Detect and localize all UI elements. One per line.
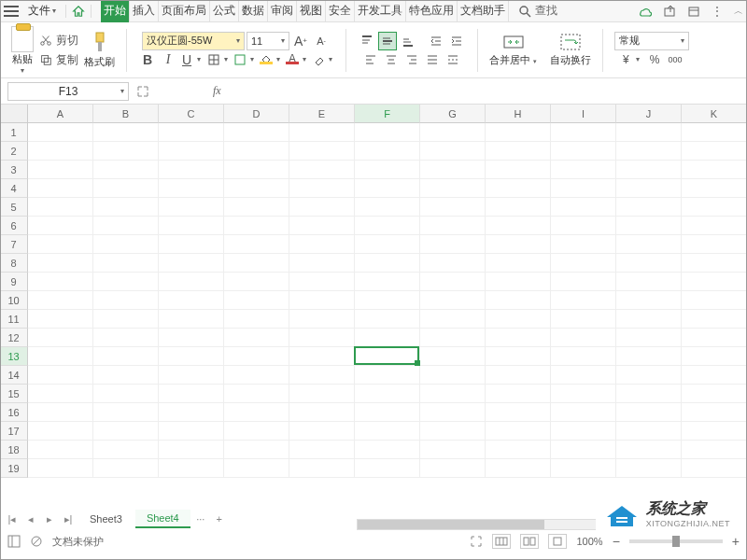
- cell[interactable]: [420, 291, 486, 310]
- cell[interactable]: [682, 403, 747, 422]
- cell[interactable]: [159, 123, 224, 142]
- cell[interactable]: [486, 235, 551, 254]
- cell[interactable]: [420, 366, 486, 385]
- cell[interactable]: [28, 385, 93, 403]
- cell[interactable]: [616, 273, 682, 291]
- sheet-nav-last[interactable]: ▸|: [60, 511, 77, 527]
- cell[interactable]: [551, 123, 616, 142]
- cell[interactable]: [355, 217, 420, 235]
- cell[interactable]: [420, 254, 486, 273]
- sheet-add-button[interactable]: +: [211, 511, 228, 527]
- collapse-icon[interactable]: ︿: [734, 5, 743, 18]
- cell[interactable]: [289, 441, 355, 459]
- cell[interactable]: [224, 422, 289, 441]
- cell[interactable]: [159, 329, 224, 347]
- cell[interactable]: [93, 310, 159, 329]
- cell[interactable]: [420, 329, 486, 347]
- cell[interactable]: [616, 217, 682, 235]
- fx-button[interactable]: fx: [213, 84, 221, 98]
- cell[interactable]: [159, 235, 224, 254]
- cell[interactable]: [682, 347, 747, 366]
- cell[interactable]: [224, 217, 289, 235]
- merge-center-button[interactable]: 合并居中 ▾: [486, 31, 541, 69]
- align-left-button[interactable]: [361, 50, 380, 69]
- cell[interactable]: [551, 459, 616, 478]
- row-header-4[interactable]: 4: [0, 179, 28, 198]
- cell[interactable]: [551, 403, 616, 422]
- cell[interactable]: [93, 273, 159, 291]
- cell[interactable]: [93, 366, 159, 385]
- cell[interactable]: [682, 422, 747, 441]
- home-icon[interactable]: [72, 5, 85, 18]
- cell[interactable]: [159, 273, 224, 291]
- view-page-button[interactable]: [520, 534, 539, 549]
- cell[interactable]: [289, 459, 355, 478]
- cloud-sync-icon[interactable]: [637, 4, 652, 19]
- cell[interactable]: [551, 179, 616, 198]
- tab-view[interactable]: 视图: [297, 0, 326, 22]
- cell[interactable]: [420, 403, 486, 422]
- cell[interactable]: [93, 329, 159, 347]
- cell[interactable]: [420, 161, 486, 179]
- cell[interactable]: [224, 179, 289, 198]
- cell[interactable]: [159, 385, 224, 403]
- cell[interactable]: [159, 366, 224, 385]
- cell[interactable]: [420, 347, 486, 366]
- underline-button[interactable]: U▾: [179, 50, 204, 69]
- cell[interactable]: [616, 198, 682, 217]
- col-header-H[interactable]: H: [486, 105, 551, 123]
- cell[interactable]: [28, 254, 93, 273]
- cell[interactable]: [289, 366, 355, 385]
- cell[interactable]: [420, 310, 486, 329]
- currency-button[interactable]: ¥▾: [619, 50, 643, 69]
- cell[interactable]: [616, 329, 682, 347]
- sheet-more-button[interactable]: ···: [192, 511, 209, 527]
- valign-top-button[interactable]: [358, 32, 376, 50]
- cell[interactable]: [28, 441, 93, 459]
- cell[interactable]: [551, 347, 616, 366]
- cell[interactable]: [159, 198, 224, 217]
- cell[interactable]: [159, 179, 224, 198]
- cell[interactable]: [224, 366, 289, 385]
- cut-button[interactable]: 剪切: [37, 32, 80, 49]
- format-painter-button[interactable]: 格式刷: [84, 31, 115, 69]
- cell[interactable]: [420, 142, 486, 161]
- decrease-indent-button[interactable]: [427, 32, 445, 50]
- view-normal-button[interactable]: [492, 534, 511, 549]
- cell[interactable]: [93, 217, 159, 235]
- cell[interactable]: [486, 403, 551, 422]
- cell[interactable]: [420, 198, 486, 217]
- col-header-J[interactable]: J: [616, 105, 682, 123]
- sheet-nav-next[interactable]: ▸: [41, 511, 58, 527]
- cell[interactable]: [28, 161, 93, 179]
- cell[interactable]: [224, 441, 289, 459]
- cell[interactable]: [420, 235, 486, 254]
- col-header-E[interactable]: E: [289, 105, 355, 123]
- cell[interactable]: [682, 161, 747, 179]
- cell[interactable]: [355, 123, 420, 142]
- cell[interactable]: [486, 422, 551, 441]
- cell[interactable]: [486, 161, 551, 179]
- distribute-button[interactable]: [444, 50, 462, 69]
- protect-icon[interactable]: [30, 535, 43, 548]
- cell[interactable]: [355, 235, 420, 254]
- cell[interactable]: [224, 385, 289, 403]
- cell[interactable]: [420, 385, 486, 403]
- row-header-8[interactable]: 8: [0, 254, 28, 273]
- cell[interactable]: [616, 403, 682, 422]
- select-all-corner[interactable]: [0, 105, 28, 123]
- col-header-F[interactable]: F: [355, 105, 420, 123]
- cell[interactable]: [224, 161, 289, 179]
- cell[interactable]: [551, 441, 616, 459]
- cell[interactable]: [28, 291, 93, 310]
- formula-input[interactable]: [229, 82, 740, 101]
- cell[interactable]: [159, 422, 224, 441]
- cell[interactable]: [289, 403, 355, 422]
- decrease-font-button[interactable]: A-: [312, 32, 331, 50]
- slider-thumb[interactable]: [672, 536, 680, 547]
- bold-button[interactable]: B: [138, 50, 157, 69]
- cell[interactable]: [682, 142, 747, 161]
- cell[interactable]: [486, 123, 551, 142]
- cell[interactable]: [28, 459, 93, 478]
- cell[interactable]: [224, 459, 289, 478]
